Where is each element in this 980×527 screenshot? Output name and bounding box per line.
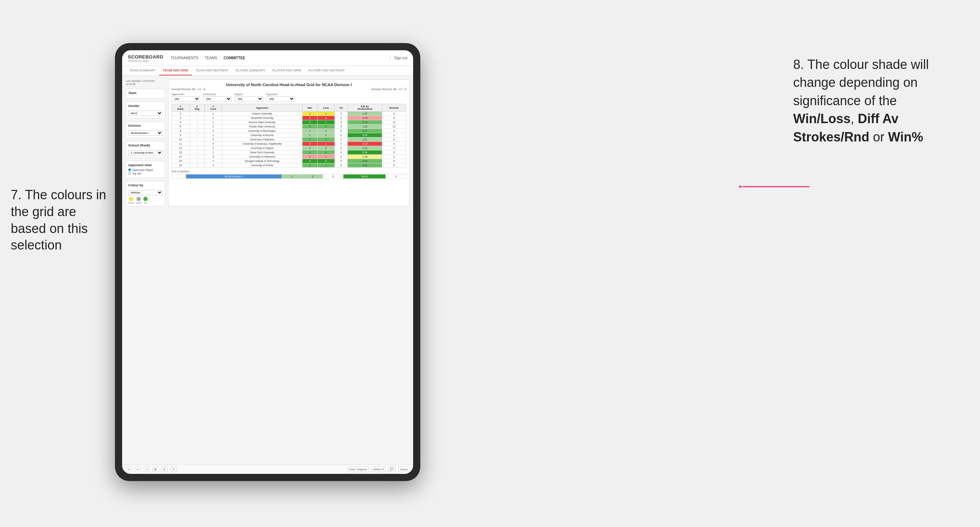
opponents-played-option[interactable]: Opponents Played bbox=[128, 168, 163, 171]
nav-teams[interactable]: TEAMS bbox=[205, 55, 217, 61]
col-tie: Tie bbox=[334, 104, 347, 112]
cell-win: 3 bbox=[302, 163, 318, 168]
tab-team-h2h-heatmap[interactable]: TEAM H2H HEATMAP bbox=[192, 66, 232, 75]
nav-tournaments[interactable]: TOURNAMENTS bbox=[171, 55, 198, 61]
cell-rank: 4 bbox=[172, 120, 190, 125]
conference-select[interactable]: (All) bbox=[203, 96, 232, 102]
clock-btn[interactable]: ⏱ bbox=[170, 467, 177, 472]
ood-rounds: 3 bbox=[385, 175, 406, 179]
tablet-frame: SCOREBOARD Powered by clippd TOURNAMENTS… bbox=[115, 43, 420, 481]
opponents-label: Opponents: bbox=[171, 93, 200, 95]
tab-player-summary[interactable]: PLAYER SUMMARY bbox=[232, 66, 269, 75]
cell-tie: 0 bbox=[334, 120, 347, 125]
tab-team-h2h-grid[interactable]: TEAM H2H GRID bbox=[159, 66, 192, 75]
grid-panel: University of North Carolina Head-to-Hea… bbox=[168, 79, 409, 206]
cell-rounds: 2 bbox=[382, 133, 406, 138]
cell-opponent: Arizona State University bbox=[222, 120, 302, 125]
colour-by-select[interactable]: Win/loss bbox=[128, 190, 163, 195]
cell-opponent: University of Arkansas, Fayetteville bbox=[222, 142, 302, 146]
comment-btn[interactable]: 💬 bbox=[388, 467, 396, 472]
cell-loss: 1 bbox=[317, 142, 334, 146]
conference-filter: Conference (All) bbox=[203, 93, 232, 102]
gender-select[interactable]: Men's bbox=[128, 111, 163, 116]
ood-win: 1 bbox=[282, 175, 302, 179]
opponents-filter: Opponents: (All) bbox=[171, 93, 200, 102]
crop-btn[interactable]: ⊡ bbox=[161, 467, 167, 472]
cell-reg: - bbox=[189, 142, 204, 146]
opponents-select[interactable]: (All) bbox=[171, 96, 200, 102]
cell-reg: - bbox=[189, 151, 204, 155]
nav-committee[interactable]: COMMITTEE bbox=[223, 55, 245, 61]
cell-loss: 1 bbox=[317, 163, 334, 168]
cell-rounds: 12 bbox=[382, 125, 406, 129]
cell-diff: -4.33 bbox=[348, 142, 382, 146]
sign-out-link[interactable]: Sign out bbox=[390, 56, 407, 60]
col-opponent: Opponent bbox=[222, 104, 302, 112]
cell-win: 1 bbox=[302, 129, 318, 133]
cell-win: 3 bbox=[302, 138, 318, 142]
cell-conf: 1 bbox=[205, 151, 222, 155]
redo-btn[interactable]: ↪ bbox=[135, 467, 141, 472]
tab-player-h2h-grid[interactable]: PLAYER H2H GRID bbox=[269, 66, 305, 75]
table-row: 9 - 1 University of Arizona 1 0 0 9.00 2 bbox=[172, 133, 406, 138]
cell-opponent: University of Virginia bbox=[222, 146, 302, 151]
logo-sub: Powered by clippd bbox=[128, 60, 164, 62]
division-section: Division NCAA Division I bbox=[126, 121, 165, 138]
region-label: Region bbox=[235, 93, 263, 95]
ood-table-row: NCAA Division II 1 0 0 26.00 3 bbox=[172, 175, 406, 179]
top-100-option[interactable]: Top 100 bbox=[128, 172, 163, 175]
table-row: 12 - 3 University of Virginia 1 0 0 2.33… bbox=[172, 146, 406, 151]
tab-player-h2h-heatmap[interactable]: PLAYER H2H HEATMAP bbox=[305, 66, 348, 75]
cell-diff: 4.62 bbox=[348, 163, 382, 168]
cell-opponent: Georgia Institute of Technology bbox=[222, 159, 302, 163]
cell-reg: - bbox=[189, 116, 204, 120]
grid-title: University of North Carolina Head-to-Hea… bbox=[171, 83, 406, 87]
cell-tie: 0 bbox=[334, 146, 347, 151]
region-select[interactable]: (All) bbox=[235, 96, 263, 102]
cell-win: 1 bbox=[302, 133, 318, 138]
cell-diff: 4.50 bbox=[348, 159, 382, 163]
watch-btn[interactable]: Watch ▾ bbox=[371, 467, 385, 472]
opponent-select[interactable]: (All) bbox=[266, 96, 295, 102]
school-section: School (Rank) 1. University of Nort... bbox=[126, 141, 165, 158]
nav-links: TOURNAMENTS TEAMS COMMITTEE bbox=[171, 55, 390, 61]
legend-dot-up bbox=[143, 197, 148, 201]
gender-section: Gender Men's bbox=[126, 102, 165, 119]
annotation-winloss: Win/Loss bbox=[793, 111, 851, 126]
cell-diff: 1.83 bbox=[348, 125, 382, 129]
cell-diff: 2.61 bbox=[348, 138, 382, 142]
tab-team-summary[interactable]: TEAM SUMMARY bbox=[126, 66, 159, 75]
table-row: 6 - 2 Florida State University 4 2 0 1.8… bbox=[172, 125, 406, 129]
overall-record: Overall Record: 89 - 17 - 0 bbox=[171, 87, 205, 91]
cell-conf: 3 bbox=[205, 146, 222, 151]
cell-tie: 0 bbox=[334, 133, 347, 138]
cell-rounds: 17 bbox=[382, 120, 406, 125]
cell-reg: - bbox=[189, 129, 204, 133]
division-select[interactable]: NCAA Division I bbox=[128, 130, 163, 136]
back-btn[interactable]: ◁ bbox=[144, 467, 150, 472]
cell-opponent: University of Alabama bbox=[222, 138, 302, 142]
share-btn[interactable]: Share bbox=[398, 467, 409, 472]
cell-tie: 0 bbox=[334, 151, 347, 155]
cell-tie: 0 bbox=[334, 142, 347, 146]
cell-rank: 16 bbox=[172, 163, 190, 168]
annotation-left: 7. The colours in the grid are based on … bbox=[11, 187, 115, 254]
cell-loss: 4 bbox=[317, 116, 334, 120]
cell-win: 4 bbox=[302, 125, 318, 129]
cell-win: 0 bbox=[302, 155, 318, 159]
nav-bar: SCOREBOARD Powered by clippd TOURNAMENTS… bbox=[122, 50, 413, 66]
school-select[interactable]: 1. University of Nort... bbox=[128, 150, 163, 156]
tools-btn[interactable]: ⊞ bbox=[152, 467, 158, 472]
cell-diff: -2.29 bbox=[348, 116, 382, 120]
cell-rounds: 3 bbox=[382, 129, 406, 133]
logo-text: SCOREBOARD bbox=[128, 54, 164, 60]
cell-loss: 2 bbox=[317, 125, 334, 129]
colour-by-label: Colour by bbox=[128, 183, 163, 187]
table-row: 16 - 2 University of Florida 3 1 0 4.62 … bbox=[172, 163, 406, 168]
cell-rank: 8 bbox=[172, 129, 190, 133]
undo-btn[interactable]: ↩ bbox=[126, 467, 132, 472]
cell-rounds: 8 bbox=[382, 116, 406, 120]
team-label: Team bbox=[128, 91, 163, 95]
view-original-btn[interactable]: View: Original bbox=[347, 467, 369, 472]
cell-rank: 13 bbox=[172, 151, 190, 155]
